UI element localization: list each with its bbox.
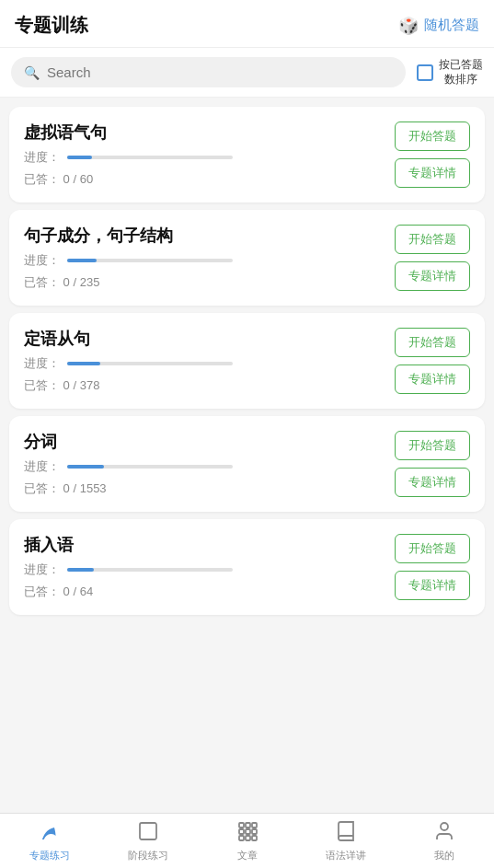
progress-bar-fill-1 bbox=[67, 156, 92, 159]
topic-card: 定语从句 进度： 已答： 0 / 378 开始答题 专题详情 bbox=[9, 313, 485, 409]
answered-row-4: 已答： 0 / 1553 bbox=[24, 480, 385, 497]
svg-rect-8 bbox=[246, 836, 250, 840]
progress-bar-bg-3 bbox=[67, 362, 233, 365]
topic-card: 句子成分，句子结构 进度： 已答： 0 / 235 开始答题 专题详情 bbox=[9, 210, 485, 306]
svg-rect-7 bbox=[239, 836, 244, 840]
topic-list: 虚拟语气句 进度： 已答： 0 / 60 开始答题 专题详情 句子成分，句子结构… bbox=[0, 98, 494, 679]
detail-button-5[interactable]: 专题详情 bbox=[395, 571, 470, 600]
start-button-4[interactable]: 开始答题 bbox=[395, 431, 470, 460]
nav-item-grammar[interactable]: 语法详讲 bbox=[296, 814, 395, 868]
bottom-nav: 专题练习 阶段练习 文章 语法详讲 bbox=[0, 813, 494, 868]
stages-icon bbox=[137, 820, 159, 846]
page-title: 专题训练 bbox=[15, 13, 88, 38]
nav-label-articles: 文章 bbox=[237, 849, 258, 862]
topic-name-3: 定语从句 bbox=[24, 328, 385, 350]
sort-label: 按已答题数排序 bbox=[439, 58, 483, 87]
progress-label-3: 进度： bbox=[24, 355, 60, 372]
topic-name-1: 虚拟语气句 bbox=[24, 122, 385, 144]
leaf-icon bbox=[39, 820, 61, 846]
topic-left-2: 句子成分，句子结构 进度： 已答： 0 / 235 bbox=[24, 225, 385, 291]
search-bar[interactable]: 🔍 bbox=[11, 57, 406, 87]
topic-name-4: 分词 bbox=[24, 431, 385, 453]
progress-bar-bg-1 bbox=[67, 156, 233, 159]
svg-point-10 bbox=[441, 823, 448, 830]
sort-option[interactable]: 按已答题数排序 bbox=[417, 58, 483, 87]
detail-button-4[interactable]: 专题详情 bbox=[395, 468, 470, 497]
nav-label-profile: 我的 bbox=[434, 849, 454, 862]
svg-rect-9 bbox=[252, 836, 257, 840]
nav-label-grammar: 语法详讲 bbox=[326, 849, 366, 862]
profile-icon bbox=[433, 820, 455, 846]
progress-bar-fill-5 bbox=[67, 568, 94, 572]
nav-item-stages[interactable]: 阶段练习 bbox=[98, 814, 197, 868]
progress-bar-fill-3 bbox=[67, 362, 100, 365]
svg-rect-6 bbox=[252, 829, 257, 834]
answered-row-3: 已答： 0 / 378 bbox=[24, 377, 385, 394]
progress-label-5: 进度： bbox=[24, 561, 60, 578]
topic-right-1: 开始答题 专题详情 bbox=[395, 122, 470, 188]
progress-label-1: 进度： bbox=[24, 149, 60, 166]
nav-item-articles[interactable]: 文章 bbox=[198, 814, 296, 868]
progress-bar-bg-2 bbox=[67, 259, 233, 262]
progress-row-5: 进度： bbox=[24, 561, 385, 578]
progress-bar-fill-4 bbox=[67, 465, 104, 469]
topic-name-2: 句子成分，句子结构 bbox=[24, 225, 385, 247]
random-answer-button[interactable]: 🎲 随机答题 bbox=[398, 16, 479, 36]
topic-left-3: 定语从句 进度： 已答： 0 / 378 bbox=[24, 328, 385, 394]
answered-row-5: 已答： 0 / 64 bbox=[24, 584, 385, 600]
topic-right-4: 开始答题 专题详情 bbox=[395, 431, 470, 497]
sort-checkbox[interactable] bbox=[417, 64, 433, 81]
header: 专题训练 🎲 随机答题 bbox=[0, 0, 494, 48]
svg-rect-0 bbox=[140, 823, 156, 839]
progress-bar-bg-5 bbox=[67, 568, 233, 572]
topic-name-5: 插入语 bbox=[24, 534, 385, 556]
topic-left-4: 分词 进度： 已答： 0 / 1553 bbox=[24, 431, 385, 497]
nav-label-topics: 专题练习 bbox=[29, 849, 70, 862]
progress-label-4: 进度： bbox=[24, 458, 60, 475]
topic-card: 插入语 进度： 已答： 0 / 64 开始答题 专题详情 bbox=[9, 519, 485, 615]
progress-row-1: 进度： bbox=[24, 149, 385, 166]
svg-rect-3 bbox=[252, 823, 257, 827]
detail-button-3[interactable]: 专题详情 bbox=[395, 365, 470, 394]
progress-row-4: 进度： bbox=[24, 458, 385, 475]
nav-item-profile[interactable]: 我的 bbox=[396, 814, 494, 868]
start-button-2[interactable]: 开始答题 bbox=[395, 225, 470, 254]
random-btn-label: 随机答题 bbox=[424, 17, 479, 34]
progress-row-3: 进度： bbox=[24, 355, 385, 372]
answered-row-2: 已答： 0 / 235 bbox=[24, 274, 385, 291]
progress-label-2: 进度： bbox=[24, 252, 60, 269]
start-button-5[interactable]: 开始答题 bbox=[395, 534, 470, 563]
topic-left-1: 虚拟语气句 进度： 已答： 0 / 60 bbox=[24, 122, 385, 188]
topic-right-2: 开始答题 专题详情 bbox=[395, 225, 470, 291]
topic-card: 虚拟语气句 进度： 已答： 0 / 60 开始答题 专题详情 bbox=[9, 107, 485, 203]
nav-item-topics[interactable]: 专题练习 bbox=[0, 814, 98, 868]
svg-rect-2 bbox=[246, 823, 250, 827]
dice-icon: 🎲 bbox=[398, 16, 419, 36]
grammar-icon bbox=[335, 820, 357, 846]
progress-row-2: 进度： bbox=[24, 252, 385, 269]
svg-rect-5 bbox=[246, 829, 250, 834]
svg-rect-1 bbox=[239, 823, 244, 827]
topic-card: 分词 进度： 已答： 0 / 1553 开始答题 专题详情 bbox=[9, 416, 485, 512]
topic-left-5: 插入语 进度： 已答： 0 / 64 bbox=[24, 534, 385, 600]
search-input[interactable] bbox=[47, 64, 393, 80]
nav-label-stages: 阶段练习 bbox=[128, 849, 168, 862]
svg-rect-4 bbox=[239, 829, 244, 834]
progress-bar-fill-2 bbox=[67, 259, 97, 262]
search-area: 🔍 按已答题数排序 bbox=[0, 48, 494, 98]
search-icon: 🔍 bbox=[24, 65, 40, 80]
start-button-3[interactable]: 开始答题 bbox=[395, 328, 470, 357]
detail-button-2[interactable]: 专题详情 bbox=[395, 261, 470, 291]
detail-button-1[interactable]: 专题详情 bbox=[395, 158, 470, 188]
progress-bar-bg-4 bbox=[67, 465, 233, 469]
start-button-1[interactable]: 开始答题 bbox=[395, 122, 470, 151]
articles-icon bbox=[236, 820, 258, 846]
answered-row-1: 已答： 0 / 60 bbox=[24, 171, 385, 188]
topic-right-3: 开始答题 专题详情 bbox=[395, 328, 470, 394]
topic-right-5: 开始答题 专题详情 bbox=[395, 534, 470, 600]
